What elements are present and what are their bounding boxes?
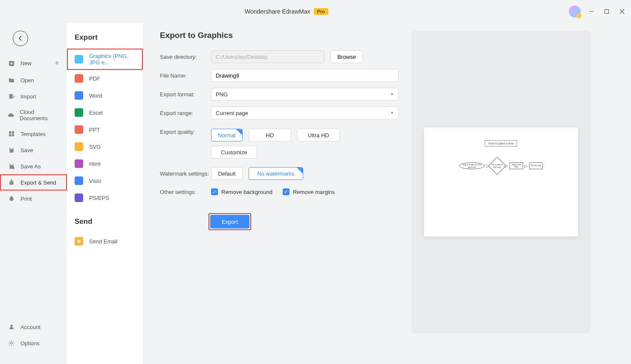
sidebar-item-print[interactable]: Print [0,191,67,207]
watermark-default[interactable]: Default [211,167,243,180]
sidebar-item-save-as[interactable]: Save As [0,158,67,174]
format-file-icon [75,55,83,64]
browse-button[interactable]: Browse [330,50,363,63]
sidebar-item-open[interactable]: Open [0,72,67,88]
send-label: Send Email [89,238,117,245]
main-content: Export to Graphics Save directory: Brows… [143,23,631,364]
sidebar-item-label: Cloud Documents [20,109,59,121]
flow-arrow-icon: ▷ [524,164,528,168]
export-button[interactable]: Export [210,215,249,228]
format-item-ppt[interactable]: PPT [67,121,143,138]
format-label: Word [89,92,102,99]
format-file-icon [75,194,83,202]
sidebar-item-options[interactable]: Options [0,335,67,351]
sidebar-primary: New+OpenImportCloud DocumentsTemplatesSa… [0,23,67,364]
saveas-icon [8,162,15,170]
sidebar-secondary: Export Graphics (PNG, JPG e...PDFWordExc… [67,23,143,364]
quality-hd[interactable]: HD [249,129,291,142]
format-file-icon [75,125,83,134]
format-file-icon [75,176,83,185]
preview-title: How to plant a tree [485,140,518,147]
preview-canvas: How to plant a tree Dig a hole on the gr… [424,127,578,237]
quality-ultrahd[interactable]: Ultra HD [297,129,340,142]
flow-step-3: Water the tree [509,162,523,169]
format-label: PDF [89,75,100,82]
close-button[interactable] [617,7,627,16]
format-select[interactable]: PNG▼ [211,88,399,101]
format-item-html[interactable]: Html [67,155,143,172]
titlebar: Wondershare EdrawMax Pro [0,0,631,23]
format-file-icon [75,91,83,100]
export-button-highlight: Export [208,213,251,230]
sidebar-item-label: Import [20,93,36,100]
filename-label: File Name: [160,72,211,79]
quality-normal[interactable]: Normal [211,129,243,142]
format-label: SVG [89,144,101,150]
send-heading: Send [67,215,143,233]
sidebar-item-import[interactable]: Import [0,88,67,104]
svg-rect-18 [10,164,12,165]
format-label: Excel [89,110,103,116]
sidebar-item-label: Account [20,324,41,330]
sidebar-item-export-send[interactable]: Export & Send [0,174,67,191]
send-item-send-email[interactable]: ✉Send Email [67,233,143,250]
format-label: Graphics (PNG, JPG e... [89,53,135,66]
new-plus-icon[interactable]: + [55,59,59,68]
format-item-pdf[interactable]: PDF [67,70,143,87]
email-icon: ✉ [75,237,83,246]
watermark-none[interactable]: No watermarks [249,167,303,180]
app-title: Wondershare EdrawMax [245,8,310,15]
svg-rect-15 [9,134,11,136]
pro-badge: Pro [314,8,328,15]
svg-point-25 [11,342,12,344]
svg-rect-14 [12,131,14,133]
format-label: PPT [89,127,100,133]
maximize-button[interactable] [602,7,611,16]
format-item-word[interactable]: Word [67,87,143,104]
format-label: Export format: [160,91,211,98]
range-select[interactable]: Current page▼ [211,107,399,119]
plus-square-icon [8,60,15,67]
back-button[interactable] [13,31,28,46]
format-label: PS/EPS [89,195,109,201]
import-icon [8,92,15,100]
format-file-icon [75,74,83,83]
svg-rect-13 [9,131,11,133]
gear-icon [8,339,15,347]
folder-icon [8,76,15,84]
sidebar-item-new[interactable]: New+ [0,55,67,72]
format-label: Html [89,161,101,167]
flow-step-4: Fill the hole [529,162,543,169]
preview-panel: How to plant a tree Dig a hole on the gr… [411,31,590,333]
sidebar-item-label: Templates [20,131,46,137]
format-item-ps-eps[interactable]: PS/EPS [67,189,143,206]
sidebar-item-label: Export & Send [20,179,56,186]
format-item-excel[interactable]: Excel [67,104,143,121]
sidebar-item-label: Save As [20,163,41,170]
minimize-button[interactable] [587,7,596,16]
avatar[interactable] [569,6,581,17]
sidebar-item-templates[interactable]: Templates [0,126,67,142]
svg-rect-23 [10,199,12,201]
sidebar-item-label: Print [20,196,32,202]
svg-rect-22 [10,196,12,198]
remove-margins-checkbox[interactable]: ✓Remove margins [283,188,335,195]
save-dir-input[interactable] [211,50,324,63]
range-label: Export range: [160,110,211,116]
sidebar-item-save[interactable]: Save [0,142,67,158]
sidebar-item-cloud-documents[interactable]: Cloud Documents [0,104,67,126]
format-item-visio[interactable]: Visio [67,172,143,189]
quality-customize[interactable]: Customize [211,146,257,159]
svg-point-19 [12,167,14,169]
format-file-icon [75,142,83,151]
export-heading: Export [67,31,143,49]
format-item-graphics-png-jpg-e[interactable]: Graphics (PNG, JPG e... [67,49,143,70]
format-item-svg[interactable]: SVG [67,138,143,155]
sidebar-item-account[interactable]: Account [0,319,67,335]
remove-background-checkbox[interactable]: ✓Remove background [211,188,272,195]
filename-input[interactable] [211,69,399,82]
cloud-icon [8,111,14,119]
sidebar-item-label: Save [20,147,33,153]
svg-rect-16 [12,134,14,136]
svg-point-24 [10,325,12,327]
